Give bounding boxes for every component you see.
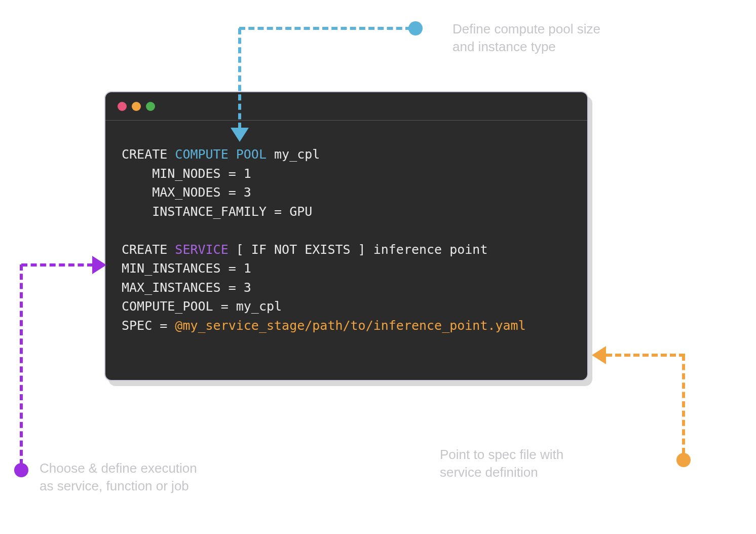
code-text: COMPUTE_POOL = my_cpl bbox=[122, 299, 282, 314]
code-text: MIN_INSTANCES = 1 bbox=[122, 261, 251, 276]
callout-dot-icon bbox=[14, 463, 28, 477]
arrowhead-icon bbox=[592, 346, 606, 364]
code-text: CREATE bbox=[122, 147, 175, 162]
maximize-icon bbox=[146, 102, 155, 111]
close-icon bbox=[118, 102, 127, 111]
code-text: my_cpl bbox=[267, 147, 320, 162]
titlebar bbox=[105, 92, 587, 121]
minimize-icon bbox=[132, 102, 141, 111]
callout-connector bbox=[682, 355, 685, 454]
callout-dot-icon bbox=[676, 453, 691, 467]
annotation-spec: Point to spec file withservice definitio… bbox=[440, 446, 563, 481]
callout-connector bbox=[21, 263, 93, 266]
callout-connector bbox=[606, 354, 685, 357]
terminal-window: CREATE COMPUTE POOL my_cpl MIN_NODES = 1… bbox=[104, 91, 588, 381]
arrowhead-icon bbox=[92, 256, 106, 274]
callout-connector bbox=[20, 264, 23, 465]
annotation-service: Choose & define executionas service, fun… bbox=[40, 460, 197, 495]
callout-connector bbox=[238, 28, 241, 129]
code-text: [ IF NOT EXISTS ] inference point bbox=[229, 242, 488, 257]
keyword-compute-pool: COMPUTE POOL bbox=[175, 147, 267, 162]
code-text: CREATE bbox=[122, 242, 175, 257]
arrowhead-icon bbox=[231, 128, 249, 142]
callout-connector bbox=[239, 27, 411, 30]
callout-dot-icon bbox=[408, 21, 423, 35]
code-text: SPEC = bbox=[122, 318, 175, 333]
annotation-compute-pool: Define compute pool sizeand instance typ… bbox=[452, 20, 600, 56]
spec-path: @my_service_stage/path/to/inference_poin… bbox=[175, 318, 525, 333]
code-block: CREATE COMPUTE POOL my_cpl MIN_NODES = 1… bbox=[105, 121, 587, 351]
code-text: MAX_NODES = 3 bbox=[122, 185, 251, 200]
keyword-service: SERVICE bbox=[175, 242, 228, 257]
code-text: MIN_NODES = 1 bbox=[122, 166, 251, 181]
code-text: INSTANCE_FAMILY = GPU bbox=[122, 204, 312, 219]
code-text: MAX_INSTANCES = 3 bbox=[122, 280, 251, 295]
